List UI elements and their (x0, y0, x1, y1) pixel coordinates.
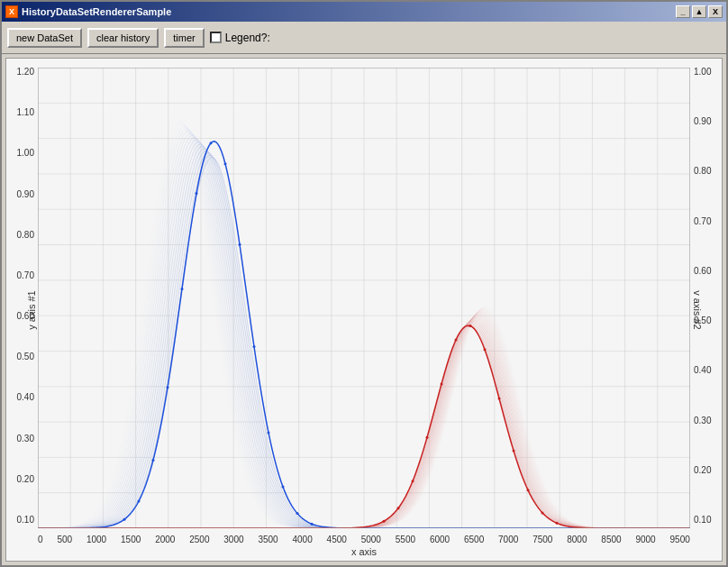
legend-checkbox[interactable] (210, 32, 222, 43)
y-right-tick-9: 0.20 (694, 466, 711, 475)
timer-button[interactable]: timer (164, 28, 204, 48)
y-left-tick-10: 0.30 (17, 434, 34, 444)
x-tick-7000: 7000 (498, 535, 518, 544)
minimize-button[interactable]: _ (676, 5, 690, 18)
legend-label: Legend?: (225, 32, 270, 44)
close-button[interactable]: X (708, 5, 723, 18)
maximize-button[interactable]: ▲ (692, 5, 706, 18)
x-tick-4000: 4000 (293, 535, 313, 544)
app-icon: X (5, 5, 18, 18)
y-left-tick-2: 1.10 (17, 108, 34, 117)
x-tick-8000: 8000 (567, 535, 587, 544)
x-tick-500: 500 (57, 535, 72, 544)
y-right-tick-10: 0.10 (694, 516, 711, 525)
app-icon-text: X (9, 7, 14, 16)
y-right-tick-4: 0.70 (694, 217, 711, 226)
title-bar-controls: _ ▲ X (676, 5, 723, 18)
y-left-tick-8: 0.50 (17, 352, 34, 361)
y-right-tick-3: 0.80 (694, 167, 711, 176)
y-right-tick-8: 0.30 (694, 416, 711, 425)
x-tick-1000: 1000 (86, 535, 106, 544)
main-window: X HistoryDataSetRendererSample _ ▲ X new… (0, 0, 728, 567)
x-tick-2000: 2000 (155, 535, 175, 544)
x-tick-6000: 6000 (430, 535, 450, 544)
y-left-tick-4: 0.90 (17, 190, 34, 199)
x-tick-2500: 2500 (189, 535, 209, 544)
x-axis-label: x axis (38, 546, 690, 557)
legend-checkbox-container: Legend?: (210, 32, 270, 44)
y-left-tick-5: 0.80 (17, 231, 34, 240)
x-tick-9000: 9000 (635, 535, 655, 544)
clear-history-button[interactable]: clear history (87, 28, 159, 48)
y-left-tick-1: 1.20 (17, 68, 34, 77)
x-tick-0: 0 (38, 535, 43, 544)
y-left-tick-3: 1.00 (17, 149, 34, 158)
y-right-tick-1: 1.00 (694, 68, 711, 77)
x-tick-3500: 3500 (258, 535, 278, 544)
y-right-tick-7: 0.40 (694, 366, 711, 375)
y-right-tick-5: 0.60 (694, 267, 711, 276)
title-bar-left: X HistoryDataSetRendererSample (5, 5, 171, 18)
x-tick-3000: 3000 (223, 535, 243, 544)
toolbar: new DataSet clear history timer Legend?: (2, 22, 726, 54)
y-left-tick-12: 0.10 (17, 516, 34, 525)
x-tick-1500: 1500 (121, 535, 141, 544)
x-tick-6500: 6500 (464, 535, 484, 544)
title-bar: X HistoryDataSetRendererSample _ ▲ X (2, 2, 726, 22)
x-tick-7500: 7500 (532, 535, 552, 544)
y-axis-right-label: v axis #2 (691, 290, 702, 329)
y-right-tick-2: 0.90 (694, 117, 711, 126)
x-tick-4500: 4500 (327, 535, 347, 544)
y-left-tick-9: 0.40 (17, 393, 34, 402)
new-dataset-button[interactable]: new DataSet (7, 28, 82, 48)
chart-area: 1.20 1.10 1.00 0.90 0.80 0.70 0.60 0.50 … (5, 58, 723, 562)
x-tick-5500: 5500 (396, 535, 415, 544)
y-left-tick-11: 0.20 (17, 475, 34, 484)
y-axis-left-label: y axis #1 (26, 290, 37, 329)
x-tick-9500: 9500 (670, 535, 690, 544)
chart-canvas (38, 68, 690, 528)
y-left-tick-6: 0.70 (17, 271, 34, 280)
x-axis-ticks: 0 500 1000 1500 2000 2500 3000 3500 4000… (38, 535, 690, 544)
window-title: HistoryDataSetRendererSample (22, 6, 171, 17)
x-tick-8500: 8500 (601, 535, 621, 544)
x-tick-5000: 5000 (361, 535, 381, 544)
